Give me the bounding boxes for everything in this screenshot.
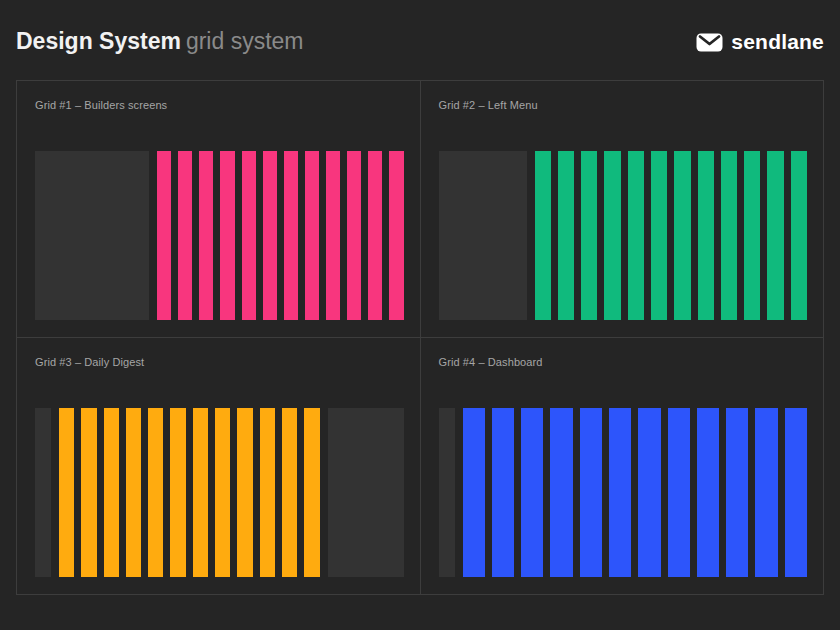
panel-grid-1-builders-screens: Grid #1 – Builders screens: [17, 81, 420, 337]
placeholder-block: [439, 151, 527, 320]
placeholder-rail: [35, 408, 51, 577]
grid-column: [726, 408, 748, 577]
column-group: [535, 151, 808, 320]
grid-column: [535, 151, 551, 320]
column-group: [463, 408, 808, 577]
grid-column: [282, 408, 297, 577]
grid-column: [148, 408, 163, 577]
grid-column: [81, 408, 96, 577]
panel-grid-4-dashboard: Grid #4 – Dashboard: [421, 338, 824, 594]
grid-column: [791, 151, 807, 320]
grid-column: [284, 151, 298, 320]
grid-column: [242, 151, 256, 320]
panel-label: Grid #4 – Dashboard: [439, 356, 808, 368]
grid-column: [628, 151, 644, 320]
grid-column: [674, 151, 690, 320]
grid-column: [604, 151, 620, 320]
grid-board: Grid #1 – Builders screens Grid #2 – Lef…: [16, 80, 824, 595]
grid-column: [193, 408, 208, 577]
grid-column: [220, 151, 234, 320]
grid-column: [104, 408, 119, 577]
grid-column: [721, 151, 737, 320]
grid-column: [59, 408, 74, 577]
grid-column: [580, 408, 602, 577]
page-title: Design Systemgrid system: [16, 28, 304, 56]
grid-column: [170, 408, 185, 577]
grid-column: [260, 408, 275, 577]
grid-column: [389, 151, 403, 320]
placeholder-block: [328, 408, 404, 577]
grid-column: [697, 408, 719, 577]
title-main: Design System: [16, 28, 181, 54]
panel-label: Grid #1 – Builders screens: [35, 99, 404, 111]
page: Design Systemgrid system sendlane Grid #…: [0, 0, 840, 630]
grid-column: [305, 151, 319, 320]
title-subtitle: grid system: [186, 28, 304, 54]
grid-column: [263, 151, 277, 320]
brand-logo: sendlane: [696, 30, 824, 54]
column-group: [157, 151, 404, 320]
grid-column: [492, 408, 514, 577]
panel-label: Grid #3 – Daily Digest: [35, 356, 404, 368]
header: Design Systemgrid system sendlane: [16, 0, 824, 80]
grid-column: [126, 408, 141, 577]
brand-name: sendlane: [731, 30, 824, 54]
placeholder-rail: [439, 408, 455, 577]
grid-column: [215, 408, 230, 577]
grid-preview: [439, 151, 808, 320]
grid-column: [651, 151, 667, 320]
envelope-icon: [696, 33, 723, 52]
grid-preview: [439, 408, 808, 577]
grid-column: [463, 408, 485, 577]
panel-label: Grid #2 – Left Menu: [439, 99, 808, 111]
grid-column: [326, 151, 340, 320]
grid-column: [304, 408, 319, 577]
grid-column: [638, 408, 660, 577]
grid-column: [581, 151, 597, 320]
panel-grid-2-left-menu: Grid #2 – Left Menu: [421, 81, 824, 337]
grid-column: [550, 408, 572, 577]
grid-column: [199, 151, 213, 320]
grid-column: [785, 408, 807, 577]
column-group: [59, 408, 320, 577]
grid-preview: [35, 408, 404, 577]
grid-column: [521, 408, 543, 577]
grid-column: [347, 151, 361, 320]
placeholder-block: [35, 151, 149, 320]
grid-column: [755, 408, 777, 577]
grid-column: [767, 151, 783, 320]
grid-preview: [35, 151, 404, 320]
grid-column: [157, 151, 171, 320]
grid-column: [558, 151, 574, 320]
grid-column: [178, 151, 192, 320]
grid-column: [237, 408, 252, 577]
grid-column: [698, 151, 714, 320]
grid-column: [744, 151, 760, 320]
grid-column: [368, 151, 382, 320]
panel-grid-3-daily-digest: Grid #3 – Daily Digest: [17, 338, 420, 594]
grid-column: [609, 408, 631, 577]
grid-column: [668, 408, 690, 577]
